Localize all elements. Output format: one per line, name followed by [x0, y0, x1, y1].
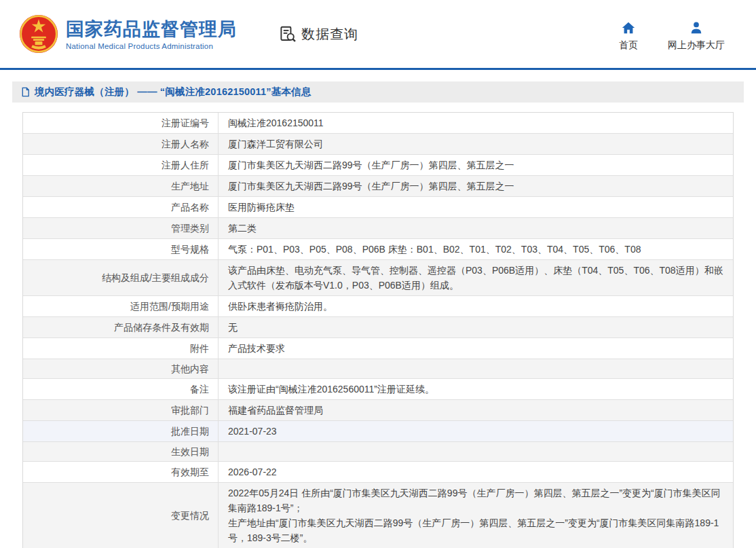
- table-row: 注册人住所厦门市集美区九天湖西二路99号（生产厂房一）第四层、第五层之一: [23, 155, 733, 176]
- table-row: 结构及组成/主要组成成分该产品由床垫、电动充气泵、导气管、控制器、遥控器（P03…: [23, 260, 733, 296]
- row-value: 厦门市集美区九天湖西二路99号（生产厂房一）第四层、第五层之一: [219, 176, 733, 196]
- row-value-text: 该注册证由“闽械注准20162560011”注册证延续。: [228, 382, 434, 397]
- row-value: [219, 359, 733, 378]
- doc-search-icon: [279, 25, 297, 43]
- row-label: 审批部门: [23, 400, 219, 420]
- row-value-text: 该产品由床垫、电动充气泵、导气管、控制器、遥控器（P03、P06B适用）、床垫（…: [228, 263, 723, 293]
- row-value: 供卧床患者褥疮防治用。: [219, 296, 733, 316]
- row-value-text: 闽械注准20162150011: [228, 115, 324, 130]
- row-value-text: 无: [228, 320, 238, 335]
- document-icon: [20, 87, 31, 97]
- row-value: 福建省药品监督管理局: [219, 400, 733, 420]
- row-label: 附件: [23, 338, 219, 359]
- row-value-text: 福建省药品监督管理局: [228, 403, 323, 418]
- table-row: 生产地址厦门市集美区九天湖西二路99号（生产厂房一）第四层、第五层之一: [23, 176, 733, 197]
- table-row: 批准日期2021-07-23: [23, 421, 733, 442]
- table-row: 管理类别第二类: [23, 218, 733, 239]
- row-value-text: 医用防褥疮床垫: [228, 200, 295, 215]
- row-value-text: 气泵：P01、P03、P05、P08、P06B 床垫：B01、B02、T01、T…: [228, 242, 641, 257]
- row-label: 结构及组成/主要组成成分: [23, 260, 219, 295]
- breadcrumb: 境内医疗器械（注册） —— “闽械注准20162150011”基本信息: [12, 81, 744, 103]
- org-title: 国家药品监督管理局: [66, 18, 237, 40]
- row-value-text: 厦门森洋工贸有限公司: [228, 136, 323, 151]
- row-value-text: 2026-07-22: [228, 464, 277, 479]
- row-label: 批准日期: [23, 421, 219, 441]
- row-label: 注册人名称: [23, 134, 219, 154]
- row-label: 注册证编号: [23, 113, 219, 133]
- page-title: 境内医疗器械（注册） —— “闽械注准20162150011”基本信息: [35, 86, 311, 98]
- row-value: [219, 442, 733, 461]
- row-value: 气泵：P01、P03、P05、P08、P06B 床垫：B01、B02、T01、T…: [219, 239, 733, 259]
- row-label: 其他内容: [23, 359, 219, 378]
- row-value-text: 产品技术要求: [228, 341, 285, 356]
- row-value: 2021-07-23: [219, 421, 733, 441]
- row-value: 医用防褥疮床垫: [219, 197, 733, 217]
- table-row: 适用范围/预期用途供卧床患者褥疮防治用。: [23, 296, 733, 317]
- top-nav: 首页 网上办事大厅: [619, 16, 725, 52]
- table-row: 审批部门福建省药品监督管理局: [23, 400, 733, 421]
- nav-home-label: 首页: [619, 39, 638, 52]
- row-value: 该产品由床垫、电动充气泵、导气管、控制器、遥控器（P03、P06B适用）、床垫（…: [219, 260, 733, 295]
- row-value-text: 厦门市集美区九天湖西二路99号（生产厂房一）第四层、第五层之一: [228, 179, 514, 194]
- row-value: 产品技术要求: [219, 338, 733, 359]
- org-subtitle: National Medical Products Administration: [66, 42, 237, 50]
- row-label: 生效日期: [23, 442, 219, 461]
- table-row: 注册人名称厦门森洋工贸有限公司: [23, 134, 733, 155]
- row-label: 产品储存条件及有效期: [23, 317, 219, 337]
- row-value-text: 2022年05月24日 住所由“厦门市集美区九天湖西二路99号（生产厂房一）第四…: [228, 486, 723, 545]
- site-header: 国家药品监督管理局 National Medical Products Admi…: [0, 0, 756, 68]
- site-logo[interactable]: 国家药品监督管理局 National Medical Products Admi…: [19, 14, 237, 54]
- table-row: 有效期至2026-07-22: [23, 462, 733, 483]
- row-label: 有效期至: [23, 462, 219, 482]
- nav-home[interactable]: 首页: [619, 20, 638, 52]
- row-label: 生产地址: [23, 176, 219, 196]
- main-content: 境内医疗器械（注册） —— “闽械注准20162150011”基本信息 注册证编…: [0, 81, 756, 548]
- data-query-label: 数据查询: [301, 25, 358, 43]
- row-label: 产品名称: [23, 197, 219, 217]
- table-row: 附件产品技术要求: [23, 338, 733, 359]
- row-label: 管理类别: [23, 218, 219, 238]
- row-label: 变更情况: [23, 483, 219, 548]
- row-value: 厦门森洋工贸有限公司: [219, 134, 733, 154]
- row-value-text: 供卧床患者褥疮防治用。: [228, 299, 333, 314]
- table-row: 型号规格气泵：P01、P03、P05、P08、P06B 床垫：B01、B02、T…: [23, 239, 733, 260]
- detail-table: 注册证编号闽械注准20162150011注册人名称厦门森洋工贸有限公司注册人住所…: [22, 112, 734, 548]
- nav-service-hall[interactable]: 网上办事大厅: [668, 20, 725, 52]
- table-row: 生效日期: [23, 442, 733, 462]
- table-row: 变更情况2022年05月24日 住所由“厦门市集美区九天湖西二路99号（生产厂房…: [23, 483, 733, 548]
- row-label: 型号规格: [23, 239, 219, 259]
- row-value-text: 2021-07-23: [228, 424, 277, 439]
- home-icon: [621, 20, 636, 35]
- national-emblem-icon: [19, 14, 58, 54]
- row-value: 闽械注准20162150011: [219, 113, 733, 133]
- table-row: 其他内容: [23, 359, 733, 379]
- table-row: 注册证编号闽械注准20162150011: [23, 113, 733, 134]
- data-query-tab[interactable]: 数据查询: [279, 25, 358, 43]
- row-value: 第二类: [219, 218, 733, 238]
- nav-service-hall-label: 网上办事大厅: [668, 39, 725, 52]
- row-label: 注册人住所: [23, 155, 219, 175]
- user-icon: [689, 20, 704, 35]
- row-value-text: 第二类: [228, 221, 257, 236]
- table-row: 备注该注册证由“闽械注准20162560011”注册证延续。: [23, 379, 733, 400]
- row-label: 备注: [23, 379, 219, 399]
- row-value: 2022年05月24日 住所由“厦门市集美区九天湖西二路99号（生产厂房一）第四…: [219, 483, 733, 548]
- table-row: 产品名称医用防褥疮床垫: [23, 197, 733, 218]
- row-value-text: 厦门市集美区九天湖西二路99号（生产厂房一）第四层、第五层之一: [228, 158, 514, 172]
- row-label: 适用范围/预期用途: [23, 296, 219, 316]
- row-value: 该注册证由“闽械注准20162560011”注册证延续。: [219, 379, 733, 399]
- header-divider: [0, 68, 756, 70]
- row-value: 2026-07-22: [219, 462, 733, 482]
- row-value: 无: [219, 317, 733, 337]
- table-row: 产品储存条件及有效期无: [23, 317, 733, 338]
- row-value: 厦门市集美区九天湖西二路99号（生产厂房一）第四层、第五层之一: [219, 155, 733, 175]
